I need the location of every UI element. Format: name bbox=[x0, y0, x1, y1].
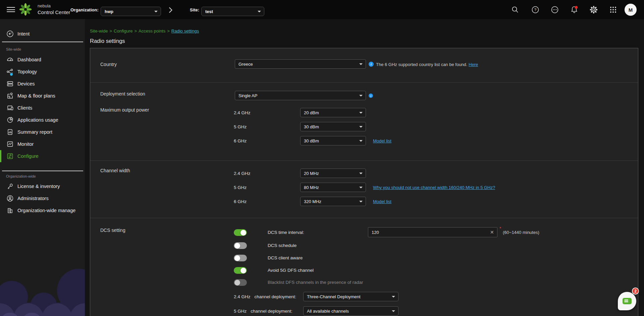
breadcrumb-configure[interactable]: Configure bbox=[114, 28, 132, 34]
avoid-5g-dfs-toggle[interactable] bbox=[234, 267, 247, 274]
notifications-icon[interactable] bbox=[570, 6, 578, 14]
organization-value: hwp bbox=[105, 9, 113, 14]
deployment-selection-dropdown[interactable]: Single AP bbox=[235, 91, 366, 100]
site-value: test bbox=[205, 9, 213, 14]
blacklist-dfs-toggle[interactable] bbox=[234, 279, 247, 286]
power-value: 20 dBm bbox=[304, 110, 319, 115]
breadcrumb-radio-settings[interactable]: Radio settings bbox=[171, 28, 199, 34]
search-icon[interactable] bbox=[511, 6, 519, 14]
chat-badge: 2 bbox=[632, 288, 639, 295]
sidebar-item-label: Dashboard bbox=[17, 57, 41, 62]
dcs-schedule-toggle[interactable] bbox=[234, 242, 247, 249]
avatar[interactable]: M bbox=[625, 4, 637, 16]
model-list-link[interactable]: Model list bbox=[373, 138, 391, 143]
chevron-down-icon bbox=[392, 310, 395, 312]
sidebar-item-dashboard[interactable]: Dashboard bbox=[0, 54, 85, 66]
help-icon[interactable]: ? bbox=[531, 6, 539, 14]
sidebar-item-license-inventory[interactable]: License & inventory bbox=[0, 180, 85, 192]
administrators-icon bbox=[6, 195, 14, 202]
sidebar-item-devices[interactable]: Devices bbox=[0, 78, 85, 90]
sidebar-item-configure[interactable]: Configure bbox=[0, 150, 85, 162]
dcs-client-aware-label: DCS client aware bbox=[268, 255, 303, 260]
country-value: Greece bbox=[238, 62, 253, 67]
map-icon bbox=[6, 92, 14, 100]
settings-panel: Country Greece i The 6 GHz supported cou… bbox=[90, 48, 638, 316]
sidebar-decoration-clouds bbox=[0, 266, 85, 316]
chevron-down-icon bbox=[258, 11, 261, 12]
configure-icon bbox=[6, 152, 14, 160]
chevron-down-icon bbox=[359, 173, 363, 174]
deployment-5ghz-dropdown[interactable]: All available channels bbox=[303, 306, 398, 316]
sidebar-item-label: Configure bbox=[17, 153, 39, 159]
info-icon[interactable]: i bbox=[369, 62, 374, 67]
sidebar-item-organization-wide-manage[interactable]: Organization-wide manage bbox=[0, 204, 85, 216]
sidebar-item-topology[interactable]: Topology bbox=[0, 66, 85, 78]
power-6ghz-dropdown[interactable]: 30 dBm bbox=[300, 136, 366, 145]
breadcrumb-access-points[interactable]: Access points bbox=[139, 28, 165, 34]
sidebar-item-monitor[interactable]: Monitor bbox=[0, 138, 85, 150]
country-label: Country bbox=[100, 62, 117, 67]
dcs-time-interval-input[interactable]: 120 bbox=[368, 227, 497, 237]
width-value: 20 MHz bbox=[304, 171, 319, 176]
nebula-logo-icon bbox=[19, 3, 32, 16]
band-label: 6 GHz bbox=[234, 199, 247, 204]
width-5ghz-dropdown[interactable]: 80 MHz bbox=[300, 183, 366, 192]
dcs-schedule-label: DCS schedule bbox=[268, 243, 297, 248]
power-5ghz-dropdown[interactable]: 30 dBm bbox=[300, 122, 366, 131]
brand-title: nebula Control Center bbox=[38, 3, 70, 16]
channel-width-label: Channel width bbox=[100, 168, 130, 173]
deployment-5ghz-label: 5 GHzchannel deployment: bbox=[234, 309, 292, 314]
clear-icon[interactable]: ✕ bbox=[490, 230, 494, 235]
site-dropdown[interactable]: test bbox=[201, 7, 264, 16]
chat-button[interactable] bbox=[618, 292, 636, 310]
here-link[interactable]: Here bbox=[469, 62, 478, 67]
devices-icon bbox=[6, 80, 14, 87]
sidebar-item-map-floor-plans[interactable]: Map & floor plans bbox=[0, 90, 85, 102]
sidebar-item-clients[interactable]: Clients bbox=[0, 102, 85, 114]
sidebar-item-administrators[interactable]: Administrators bbox=[0, 192, 85, 204]
chat-icon bbox=[623, 298, 632, 304]
channel-width-warning-link[interactable]: Why you should not use channel width 160… bbox=[373, 185, 495, 190]
active-indicator bbox=[0, 150, 1, 162]
dcs-time-interval-toggle[interactable] bbox=[234, 229, 247, 236]
sidebar-item-label: Devices bbox=[17, 81, 35, 86]
info-icon[interactable]: i bbox=[369, 93, 373, 98]
sidebar: Intent Site-wide Dashboard Topology Devi… bbox=[0, 19, 85, 316]
band-label: 5 GHz bbox=[234, 185, 247, 190]
sidebar-item-label: Applications usage bbox=[17, 117, 58, 123]
report-icon bbox=[6, 128, 14, 136]
sidebar-item-applications-usage[interactable]: Applications usage bbox=[0, 114, 85, 126]
width-value: 320 MHz bbox=[304, 199, 321, 204]
organization-dropdown[interactable]: hwp bbox=[101, 7, 161, 16]
dcs-time-interval-value: 120 bbox=[372, 230, 379, 235]
menu-icon[interactable] bbox=[7, 7, 15, 12]
deployment-2-4ghz-dropdown[interactable]: Three-Channel Deployment bbox=[303, 292, 398, 301]
clients-icon bbox=[6, 104, 14, 112]
sidebar-divider bbox=[2, 42, 83, 42]
apps-grid-icon[interactable] bbox=[609, 6, 617, 14]
row-divider bbox=[90, 82, 638, 83]
sidebar-item-label: Summary report bbox=[17, 129, 52, 135]
sidebar-section-site-wide: Site-wide bbox=[6, 47, 21, 51]
sidebar-item-label: Intent bbox=[17, 31, 30, 37]
width-6ghz-dropdown[interactable]: 320 MHz bbox=[300, 197, 366, 206]
license-icon bbox=[6, 183, 14, 190]
row-divider bbox=[90, 161, 638, 161]
site-label: Site: bbox=[190, 7, 199, 12]
topology-icon bbox=[6, 68, 14, 75]
width-2-4ghz-dropdown[interactable]: 20 MHz bbox=[300, 169, 366, 178]
power-2-4ghz-dropdown[interactable]: 20 dBm bbox=[300, 108, 366, 117]
intent-icon bbox=[6, 30, 14, 38]
sidebar-item-summary-report[interactable]: Summary report bbox=[0, 126, 85, 138]
country-dropdown[interactable]: Greece bbox=[235, 59, 366, 69]
organization-label: Organization: bbox=[70, 7, 99, 12]
settings-icon[interactable] bbox=[590, 6, 598, 14]
monitor-icon bbox=[6, 140, 14, 148]
breadcrumb-site-wide[interactable]: Site-wide bbox=[90, 28, 108, 34]
sidebar-item-intent[interactable]: Intent bbox=[0, 28, 85, 40]
chevron-down-icon bbox=[154, 11, 158, 12]
dcs-client-aware-toggle[interactable] bbox=[234, 255, 247, 261]
topology-badge bbox=[10, 73, 13, 76]
more-icon[interactable] bbox=[551, 6, 559, 14]
model-list-link[interactable]: Model list bbox=[373, 199, 391, 204]
